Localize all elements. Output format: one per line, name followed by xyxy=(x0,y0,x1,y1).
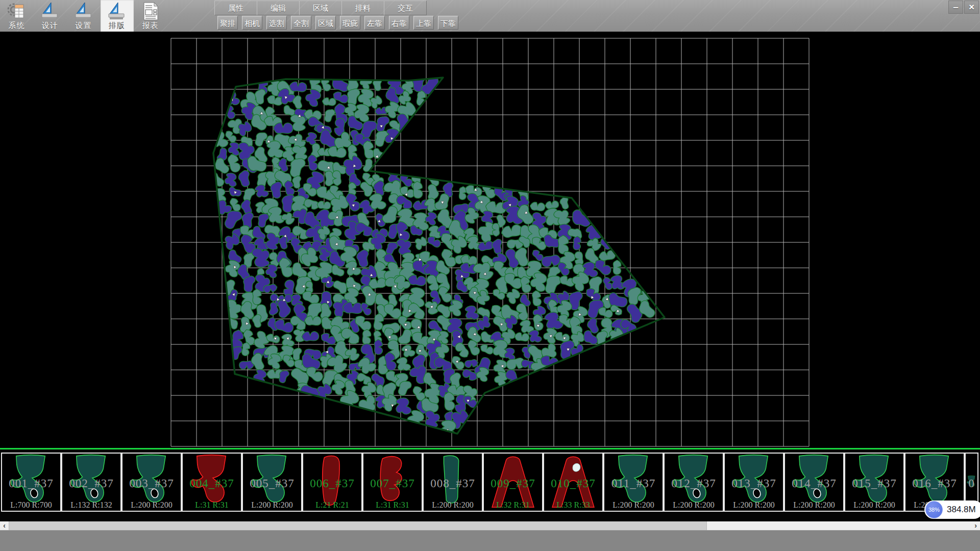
thumbnail-9[interactable]: 009_#37L:32 R:31 xyxy=(483,453,543,512)
nesting-drawing xyxy=(0,32,980,448)
pattern-lr-count: L:700 R:700 xyxy=(2,500,60,510)
pattern-lr-count: L:132 R:132 xyxy=(62,500,120,510)
thumbnail-7[interactable]: 007_#37L:31 R:31 xyxy=(362,453,423,512)
menu-item-4[interactable]: 排料 xyxy=(341,1,384,15)
scroll-left-icon[interactable]: ‹ xyxy=(0,521,9,530)
pattern-name: 011_#37 xyxy=(604,477,663,490)
horizontal-scrollbar[interactable]: ‹ › xyxy=(0,521,980,530)
menu-item-3[interactable]: 区域 xyxy=(299,1,342,15)
pattern-lr-count: L:200 R:200 xyxy=(424,500,482,510)
thumbnail-4[interactable]: 004_#37L:31 R:31 xyxy=(182,453,242,512)
nav-button-report[interactable]: 报表 xyxy=(134,0,167,32)
nav-label: 设置 xyxy=(67,21,100,31)
tool-button-2[interactable]: 相机 xyxy=(242,16,262,30)
status-bar xyxy=(0,530,980,551)
scroll-right-icon[interactable]: › xyxy=(971,521,980,530)
nav-label: 系统 xyxy=(0,21,33,31)
pattern-name: 009_#37 xyxy=(484,477,542,490)
tool-button-5[interactable]: 区域 xyxy=(315,16,336,30)
ruler-icon xyxy=(40,2,60,21)
scrollbar-thumb[interactable] xyxy=(9,521,707,530)
progress-circle: 38% xyxy=(925,501,943,518)
menu-item-5[interactable]: 交互 xyxy=(384,1,427,15)
pattern-lr-count: L:200 R:200 xyxy=(665,500,723,510)
minimize-button[interactable]: – xyxy=(948,1,963,14)
pattern-lr-count: L:31 R:31 xyxy=(363,500,422,510)
tool-button-7[interactable]: 左靠 xyxy=(364,16,385,30)
pattern-lr-count: L:200 R:200 xyxy=(604,500,663,510)
menu-item-1[interactable]: 属性 xyxy=(214,1,257,15)
thumbnail-3[interactable]: 003_#37L:200 R:200 xyxy=(121,453,182,512)
tool-button-4[interactable]: 全割 xyxy=(291,16,311,30)
pattern-lr-count: L:200 R:200 xyxy=(785,500,843,510)
pattern-name: 007_#37 xyxy=(363,477,422,490)
pattern-name: 0 xyxy=(966,477,977,490)
progress-percent: 38% xyxy=(928,507,940,513)
thumbnail-10[interactable]: 010_#37L:33 R:33 xyxy=(543,453,603,512)
pattern-name: 014_#37 xyxy=(785,477,843,490)
pattern-name: 012_#37 xyxy=(665,477,723,490)
ruler-icon xyxy=(107,2,127,21)
pattern-lr-count: L:21 R:21 xyxy=(303,500,361,510)
pattern-lr-count: L:32 R:31 xyxy=(484,500,542,510)
pattern-name: 016_#37 xyxy=(905,477,964,490)
nav-button-system[interactable]: 系统 xyxy=(0,0,33,32)
report-icon xyxy=(140,2,161,21)
pattern-name: 005_#37 xyxy=(243,477,301,490)
app-window: 系统设计设置排版报表 属性编辑区域排料交互 聚排相机选割全割区域瑕疵左靠右靠上靠… xyxy=(0,0,980,551)
menu-item-2[interactable]: 编辑 xyxy=(257,1,300,15)
pattern-lr-count: L:31 R:31 xyxy=(183,500,241,510)
thumbnail-8[interactable]: 008_#37L:200 R:200 xyxy=(423,453,483,512)
toolbar: 系统设计设置排版报表 属性编辑区域排料交互 聚排相机选割全割区域瑕疵左靠右靠上靠… xyxy=(0,0,980,32)
nav-button-settings[interactable]: 设置 xyxy=(67,0,100,32)
close-button[interactable]: × xyxy=(964,1,979,14)
pattern-thumbnail-strip: 001_#37L:700 R:700002_#37L:132 R:132003_… xyxy=(0,448,980,523)
tool-button-3[interactable]: 选割 xyxy=(266,16,287,30)
tool-button-9[interactable]: 上靠 xyxy=(413,16,434,30)
pattern-name: 015_#37 xyxy=(845,477,903,490)
pattern-name: 004_#37 xyxy=(183,477,241,490)
memory-badge[interactable]: 38% 384.8M xyxy=(924,500,980,519)
pattern-lr-count: L:200 R:200 xyxy=(243,500,301,510)
nesting-canvas[interactable] xyxy=(0,32,980,448)
nav-button-nesting[interactable]: 排版 xyxy=(101,0,134,32)
tool-button-10[interactable]: 下靠 xyxy=(438,16,458,30)
pattern-lr-count: L:33 R:33 xyxy=(544,500,602,510)
pattern-lr-count: L:200 R:200 xyxy=(122,500,181,510)
thumbnail-11[interactable]: 011_#37L:200 R:200 xyxy=(603,453,664,512)
nav-label: 排版 xyxy=(101,21,134,31)
thumbnail-2[interactable]: 002_#37L:132 R:132 xyxy=(61,453,121,512)
thumbnail-13[interactable]: 013_#37L:200 R:200 xyxy=(724,453,784,512)
nav-label: 设计 xyxy=(34,21,67,31)
pattern-name: 013_#37 xyxy=(725,477,783,490)
pattern-name: 001_#37 xyxy=(2,477,60,490)
thumbnail-1[interactable]: 001_#37L:700 R:700 xyxy=(1,453,61,512)
thumbnail-12[interactable]: 012_#37L:200 R:200 xyxy=(664,453,724,512)
thumbnail-6[interactable]: 006_#37L:21 R:21 xyxy=(302,453,362,512)
pattern-name: 010_#37 xyxy=(544,477,602,490)
nav-button-design[interactable]: 设计 xyxy=(34,0,67,32)
pattern-lr-count: L:200 R:200 xyxy=(725,500,783,510)
pattern-lr-count: L:200 R:200 xyxy=(845,500,903,510)
memory-value: 384.8M xyxy=(947,505,976,515)
pattern-name: 006_#37 xyxy=(303,477,361,490)
tool-button-1[interactable]: 聚排 xyxy=(217,16,238,30)
tool-button-6[interactable]: 瑕疵 xyxy=(340,16,360,30)
gear-doc-icon xyxy=(7,2,27,21)
tool-button-8[interactable]: 右靠 xyxy=(389,16,409,30)
thumbnail-14[interactable]: 014_#37L:200 R:200 xyxy=(784,453,844,512)
thumbnail-5[interactable]: 005_#37L:200 R:200 xyxy=(242,453,302,512)
pattern-name: 002_#37 xyxy=(62,477,120,490)
ruler-icon xyxy=(74,2,94,21)
thumbnail-15[interactable]: 015_#37L:200 R:200 xyxy=(844,453,904,512)
nav-label: 报表 xyxy=(134,21,167,31)
pattern-name: 008_#37 xyxy=(424,477,482,490)
pattern-name: 003_#37 xyxy=(122,477,181,490)
